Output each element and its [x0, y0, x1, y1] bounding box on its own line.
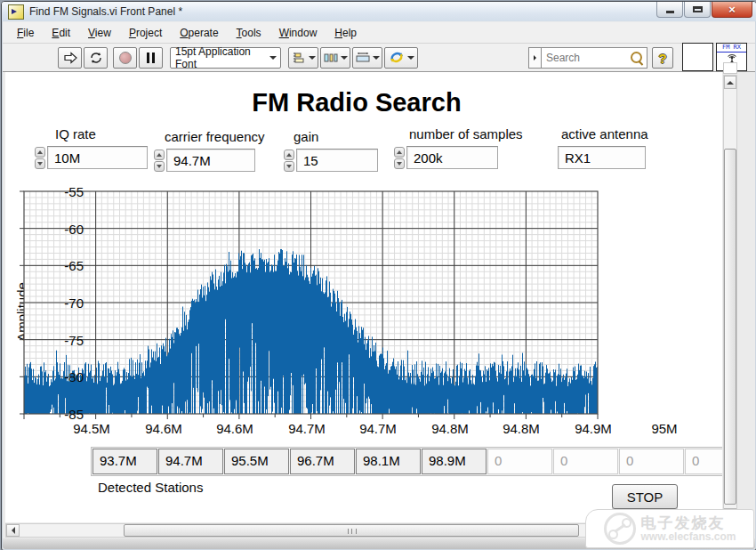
gain-control: 15: [284, 149, 378, 172]
search-input[interactable]: [542, 48, 630, 68]
increment-button[interactable]: [284, 150, 294, 160]
gain-label: gain: [294, 129, 318, 144]
watermark-url: www.elecfans.com: [641, 531, 736, 543]
search-scope-button[interactable]: [528, 47, 542, 69]
vertical-scrollbar-thumb[interactable]: [724, 149, 736, 505]
abort-button[interactable]: [113, 47, 137, 69]
pause-icon: [147, 53, 155, 63]
carrier-frequency-field[interactable]: 94.7M: [166, 149, 255, 172]
close-button[interactable]: ×: [712, 2, 752, 18]
increment-button[interactable]: [154, 150, 165, 160]
arrow-up-icon: [727, 77, 734, 85]
arrow-left-icon: [8, 527, 15, 534]
station-cell[interactable]: 94.7M: [158, 449, 223, 474]
spectrum-plot-svg[interactable]: [17, 187, 604, 420]
menu-help[interactable]: Help: [326, 24, 366, 42]
x-tick: 94.7M: [349, 421, 407, 436]
x-tick: 94.6M: [134, 421, 193, 436]
chevron-down-icon: [341, 56, 348, 63]
reorder-objects-icon: [389, 51, 405, 64]
reorder-objects-button[interactable]: [384, 47, 418, 69]
menu-project[interactable]: Project: [120, 24, 171, 42]
station-cell-empty[interactable]: 0: [553, 449, 618, 474]
close-icon: ×: [728, 4, 736, 15]
increment-button[interactable]: [394, 147, 405, 158]
scroll-left-button[interactable]: [6, 524, 20, 537]
run-button[interactable]: [58, 47, 82, 69]
arrow-down-icon: [157, 165, 162, 171]
decrement-button[interactable]: [154, 161, 165, 172]
active-antenna-field[interactable]: RX1: [558, 146, 646, 169]
station-cell-empty[interactable]: 0: [487, 449, 552, 474]
station-cell[interactable]: 95.5M: [224, 449, 289, 474]
x-tick: 94.7M: [277, 421, 336, 436]
pause-button[interactable]: [139, 47, 163, 69]
font-selector-value: 15pt Application Font: [175, 45, 269, 70]
minimize-icon: [666, 11, 674, 13]
minimize-button[interactable]: [656, 2, 683, 18]
distribute-objects-button[interactable]: [320, 47, 350, 69]
menu-bar: File Edit View Project Operate Tools Win…: [3, 22, 755, 44]
iq-rate-field[interactable]: 10M: [47, 146, 148, 169]
active-antenna-control: RX1: [558, 146, 646, 169]
context-help-button[interactable]: ?: [652, 47, 673, 69]
scroll-up-button[interactable]: [724, 76, 736, 89]
icon-pane-blank: [682, 43, 713, 71]
arrow-up-icon: [286, 150, 292, 157]
iq-rate-control: 10M: [35, 146, 148, 169]
run-continuously-button[interactable]: [84, 47, 108, 69]
abort-icon: [119, 52, 132, 64]
chevron-down-icon: [407, 56, 414, 63]
active-antenna-label: active antenna: [561, 126, 648, 142]
align-objects-button[interactable]: [288, 47, 318, 69]
font-selector[interactable]: 15pt Application Font: [170, 47, 281, 69]
menu-window[interactable]: Window: [270, 24, 326, 42]
decrement-button[interactable]: [284, 161, 294, 172]
gain-field[interactable]: 15: [296, 149, 378, 172]
detected-stations-array: 93.7M 94.7M 95.5M 96.7M 98.1M 98.9M 0 0 …: [91, 447, 722, 476]
maximize-icon: [693, 6, 703, 12]
station-cell[interactable]: 96.7M: [290, 449, 355, 474]
menu-file[interactable]: File: [8, 24, 43, 42]
station-cell[interactable]: 98.1M: [356, 449, 421, 474]
chevron-down-icon: [373, 56, 380, 63]
station-cell-empty[interactable]: 0: [619, 449, 684, 474]
gain-spinner[interactable]: [284, 149, 295, 172]
vertical-scrollbar[interactable]: [723, 75, 737, 522]
x-tick: 94.8M: [421, 421, 479, 436]
menu-operate[interactable]: Operate: [171, 24, 227, 42]
increment-button[interactable]: [35, 147, 45, 158]
maximize-button[interactable]: [684, 2, 711, 18]
number-of-samples-field[interactable]: 200k: [406, 146, 498, 169]
y-tick: -65: [37, 258, 84, 273]
iq-rate-spinner[interactable]: [35, 146, 46, 169]
search-box: [542, 47, 647, 69]
iq-rate-label: IQ rate: [55, 126, 96, 142]
station-cell[interactable]: 93.7M: [92, 449, 157, 474]
title-bar[interactable]: Find FM Signals.vi Front Panel * ×: [2, 2, 756, 21]
decrement-button[interactable]: [35, 158, 45, 169]
toolbar: 15pt Application Font ?: [3, 44, 755, 72]
y-tick: -60: [37, 222, 84, 237]
y-tick: -70: [37, 295, 84, 311]
carrier-frequency-spinner[interactable]: [154, 149, 165, 172]
arrow-down-icon: [397, 162, 402, 168]
menu-tools[interactable]: Tools: [228, 24, 270, 42]
menu-edit[interactable]: Edit: [43, 24, 79, 42]
menu-view[interactable]: View: [79, 24, 120, 42]
x-tick: 94.6M: [205, 421, 264, 436]
arrow-up-icon: [397, 148, 402, 154]
stop-button[interactable]: STOP: [612, 484, 678, 509]
decrement-button[interactable]: [394, 158, 405, 169]
carrier-frequency-control: 94.7M: [154, 149, 255, 172]
x-tick: 94.9M: [564, 421, 623, 436]
horizontal-scrollbar-thumb[interactable]: [124, 524, 579, 537]
station-cell-empty[interactable]: 0: [685, 449, 722, 474]
labview-window: Find FM Signals.vi Front Panel * × File …: [1, 1, 756, 550]
arrow-down-icon: [37, 162, 43, 168]
y-tick: -80: [37, 369, 84, 384]
station-cell[interactable]: 98.9M: [422, 449, 487, 474]
resize-objects-button[interactable]: [352, 47, 382, 69]
number-of-samples-spinner[interactable]: [394, 146, 406, 169]
chevron-down-icon: [309, 56, 316, 63]
